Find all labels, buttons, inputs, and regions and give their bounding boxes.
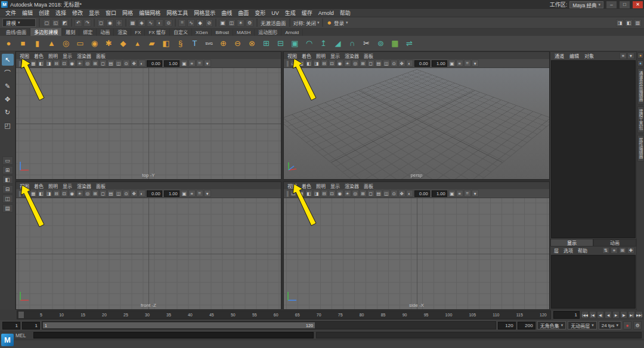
exposure-field[interactable]: 0.00	[147, 190, 162, 197]
viewport-toolbar-icon[interactable]: ◻	[100, 190, 107, 197]
playback-button[interactable]: ▶▶|	[636, 311, 643, 319]
viewport-toolbar-icon[interactable]: ⊟	[321, 190, 328, 197]
toolbox-tool-button[interactable]: ↖	[2, 54, 14, 66]
viewport-toolbar-icon[interactable]: ◐	[406, 60, 413, 67]
gamma-field[interactable]: 1.00	[432, 60, 447, 67]
status-line-icon[interactable]: ◐	[156, 19, 163, 27]
viewport-toolbar-icon[interactable]: ◎	[84, 60, 91, 67]
viewport-menu-item[interactable]: 照明	[314, 183, 328, 189]
status-line-icon[interactable]: ⊹	[115, 19, 123, 27]
viewport-menu-item[interactable]: 显示	[328, 183, 342, 189]
viewport-toolbar-icon[interactable]: ◉	[336, 60, 343, 67]
layer-list[interactable]	[551, 255, 636, 309]
command-input[interactable]	[33, 332, 314, 338]
playback-button[interactable]: ◀|	[597, 311, 604, 319]
animation-layer-selector[interactable]: 无动画层 ▾	[568, 321, 597, 329]
viewport-toolbar-icon[interactable]: ☀	[344, 60, 351, 67]
menu-item[interactable]: 网格显示	[191, 9, 218, 17]
sidebar-vertical-tab[interactable]: 建模工具包	[637, 106, 644, 133]
viewport-toolbar-icon[interactable]: ⊟	[53, 60, 60, 67]
viewport-menu-item[interactable]: 照明	[46, 183, 60, 189]
viewport-toolbar-icon[interactable]: ≡	[456, 190, 463, 197]
viewport-toolbar-icon[interactable]: ⊙	[123, 60, 130, 67]
viewport-menu-item[interactable]: 面板	[94, 53, 108, 59]
menu-item[interactable]: 网格工具	[163, 9, 191, 17]
viewport-toolbar-icon[interactable]: ▾	[204, 60, 211, 67]
shelf-button[interactable]: ✂	[360, 36, 373, 50]
menu-set-selector[interactable]: 建模 ▾	[2, 19, 36, 27]
shelf-tab[interactable]: 自定义	[170, 28, 192, 36]
status-line-icon[interactable]: ⊘	[205, 19, 213, 27]
viewport-toolbar-icon[interactable]: ⊞	[92, 190, 99, 197]
status-line-icon[interactable]: ◻	[97, 19, 105, 27]
menu-item[interactable]: 缓存	[299, 9, 315, 17]
status-line-icon[interactable]: ⊙	[165, 19, 172, 27]
viewport-toolbar-icon[interactable]: ◎	[352, 60, 359, 67]
viewport-toolbar-icon[interactable]: ⊞	[92, 60, 99, 67]
shelf-button[interactable]: ⊕	[216, 36, 230, 50]
viewport-toolbar-icon[interactable]: ◨	[313, 60, 320, 67]
viewport-toolbar-icon[interactable]: ◻	[367, 60, 374, 67]
sidebar-sync-icon[interactable]: ●	[637, 60, 643, 66]
sidebar-user-icon[interactable]: ●	[637, 53, 643, 58]
viewport-toolbar-icon[interactable]: ☀	[76, 190, 83, 197]
shelf-tab[interactable]: 动画	[97, 28, 114, 36]
viewport-side[interactable]: 视图着色照明显示渲染器面板 ▐ ▭▦◧◨⊟⊡◉☀◎⊞◻▤◫⊙✥◐ 0.00 1.…	[283, 181, 550, 310]
status-line-icon[interactable]: ▣	[219, 19, 227, 27]
status-line-icon[interactable]	[125, 19, 126, 27]
status-line-icon[interactable]	[94, 19, 95, 27]
shelf-tab[interactable]: MASH	[233, 29, 255, 36]
playback-button[interactable]: |▶	[620, 311, 627, 319]
shelf-button[interactable]: ▴	[131, 36, 144, 50]
playback-range-handle[interactable]: 1 120	[43, 322, 315, 328]
command-language-label[interactable]: MEL	[16, 332, 31, 338]
viewport-toolbar-icon[interactable]: ◨	[313, 190, 320, 197]
gamma-field[interactable]: 1.00	[164, 60, 179, 67]
layout-shortcut-button[interactable]: ▭	[2, 156, 13, 165]
viewport-toolbar-icon[interactable]: ◐	[138, 60, 145, 67]
minimize-button[interactable]: –	[606, 1, 617, 8]
shelf-tab[interactable]: 多边形建模	[30, 28, 62, 36]
menu-item[interactable]: 曲面	[235, 9, 252, 17]
fps-selector[interactable]: 24 fps ▾	[599, 321, 621, 329]
viewport-toolbar-icon[interactable]: ▣	[181, 190, 188, 197]
shelf-tab[interactable]: Bifrost	[212, 29, 233, 36]
status-line-icon[interactable]: ◩	[61, 19, 69, 27]
sidebar-vertical-tab[interactable]: 通道盒/层编辑器	[637, 68, 644, 104]
shelf-tab[interactable]: FX	[131, 29, 145, 36]
viewport-toolbar-icon[interactable]: ◎	[352, 190, 359, 197]
viewport-toolbar-icon[interactable]: ◨	[45, 60, 52, 67]
viewport-menu-item[interactable]: 面板	[361, 183, 376, 189]
layer-editor-tab[interactable]: 显示	[550, 239, 593, 247]
viewport-toolbar-icon[interactable]: ▦	[298, 60, 305, 67]
shelf-button[interactable]: ▲	[45, 36, 58, 50]
playback-button[interactable]: ▶|	[628, 311, 635, 319]
toolbar-grip[interactable]: ▐	[285, 191, 289, 196]
status-line-icon[interactable]: ☀	[237, 19, 244, 27]
menu-item[interactable]: 帮助	[337, 9, 354, 17]
range-row-icon[interactable]: ●	[623, 321, 631, 329]
menu-item[interactable]: 显示	[86, 9, 103, 17]
close-button[interactable]: ✕	[633, 1, 643, 8]
viewport-toolbar-icon[interactable]: ▣	[448, 60, 456, 67]
layer-editor-menu-item[interactable]: 选项	[562, 247, 575, 254]
layer-editor-menu-item[interactable]: 层	[552, 247, 561, 254]
shelf-button[interactable]: ∩	[345, 36, 359, 50]
playback-end-field[interactable]: 120	[498, 322, 516, 329]
viewport-toolbar-icon[interactable]: ▭	[290, 60, 297, 67]
shelf-button[interactable]: ▮	[30, 36, 44, 50]
menu-item[interactable]: 修改	[69, 9, 86, 17]
layer-editor-icon[interactable]: ⊞	[619, 247, 626, 254]
sidebar-toggle-icon[interactable]: ◨	[616, 19, 624, 27]
shelf-button[interactable]: ⊗	[245, 36, 259, 50]
menu-item[interactable]: 变形	[252, 9, 268, 17]
channel-box-icon[interactable]: ≡	[620, 53, 627, 59]
viewport-toolbar-icon[interactable]: ◐	[406, 190, 413, 197]
shelf-button[interactable]: ◎	[59, 36, 73, 50]
shelf-tab[interactable]: 雕刻	[62, 28, 79, 36]
current-frame-field[interactable]: 1	[553, 311, 580, 319]
viewport-toolbar-icon[interactable]: ▤	[375, 190, 382, 197]
toolbox-tool-button[interactable]: ✥	[2, 93, 14, 105]
shelf-tab[interactable]: FX 缓存	[145, 28, 169, 36]
menu-item[interactable]: 选择	[52, 9, 69, 17]
